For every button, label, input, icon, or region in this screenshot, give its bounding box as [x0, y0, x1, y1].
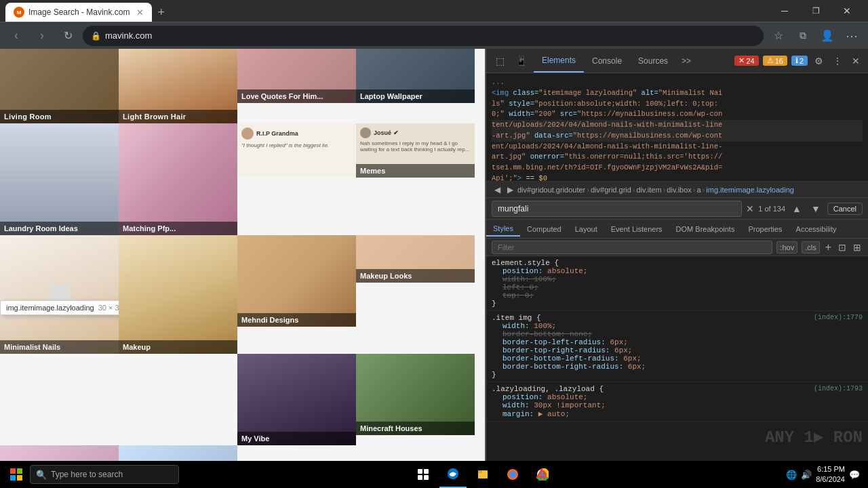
- list-item[interactable]: Mehndi Designs: [237, 235, 356, 327]
- computed-view-button[interactable]: ⊞: [852, 242, 863, 253]
- list-item[interactable]: Makeup: [119, 235, 237, 354]
- breadcrumb-item[interactable]: div#grid.grid: [591, 186, 631, 194]
- list-item[interactable]: Love Quotes For Him...: [237, 49, 356, 103]
- search-cancel-button[interactable]: Cancel: [827, 203, 863, 215]
- item-label: Love Quotes For Him...: [237, 89, 356, 103]
- list-item[interactable]: Matching Pfp...: [119, 123, 237, 235]
- styles-filter-bar: :hov .cls + ⊡ ⊞: [486, 239, 868, 256]
- styles-tabs-bar: Styles Computed Layout Event Listeners D…: [486, 220, 868, 239]
- css-selector: .item img { (index):1779: [492, 314, 863, 322]
- item-label: Minecraft Houses: [356, 422, 475, 435]
- item-image: [0, 123, 119, 235]
- list-item[interactable]: Makeup Looks: [356, 235, 475, 283]
- css-rules-panel: element.style { position: absolute; widt…: [486, 256, 868, 488]
- devtools-inspect-button[interactable]: ⬚: [492, 53, 509, 69]
- new-tab-button[interactable]: +: [155, 3, 167, 22]
- devtools-search-input[interactable]: [492, 201, 742, 217]
- taskbar-search-placeholder: Type here to search: [51, 470, 123, 479]
- maximize-button[interactable]: ❐: [800, 1, 831, 20]
- list-item[interactable]: Living Room: [0, 49, 119, 123]
- start-button[interactable]: [3, 461, 30, 488]
- search-prev-button[interactable]: ▲: [789, 202, 804, 216]
- list-item[interactable]: My Vibe: [237, 354, 356, 445]
- svg-rect-10: [478, 470, 482, 473]
- title-bar: M Image Search - Mavink.com ✕ + ─ ❐ ✕: [0, 0, 868, 22]
- minimize-button[interactable]: ─: [769, 1, 800, 20]
- notification-icon[interactable]: 💬: [849, 470, 860, 480]
- devtools-close-button[interactable]: ✕: [849, 53, 863, 69]
- tab-sources[interactable]: Sources: [630, 49, 676, 73]
- devtools-panel: ⬚ 📱 Elements Console Sources >> ✕24 ⚠16 …: [485, 49, 868, 488]
- address-bar[interactable]: 🔒 mavink.com: [83, 26, 764, 46]
- tab-layout[interactable]: Layout: [568, 222, 604, 236]
- cls-button[interactable]: .cls: [802, 241, 820, 253]
- list-item[interactable]: Josué ✔ Nah sometimes I reply in my head…: [356, 123, 475, 178]
- taskbar-search[interactable]: 🔍 Type here to search: [30, 465, 179, 484]
- tab-properties[interactable]: Properties: [741, 222, 789, 236]
- add-style-button[interactable]: +: [824, 241, 833, 253]
- tab-event-listeners[interactable]: Event Listeners: [604, 222, 669, 236]
- refresh-button[interactable]: ↻: [57, 25, 79, 47]
- taskbar-search-icon: 🔍: [36, 470, 47, 480]
- taskbar-icon-task-view[interactable]: [410, 461, 437, 488]
- network-icon: 🌐: [786, 470, 797, 480]
- tab-accessibility[interactable]: Accessibility: [789, 222, 844, 236]
- list-item[interactable]: Laundry Room Ideas: [0, 123, 119, 235]
- bookmark-star-button[interactable]: ☆: [768, 25, 789, 47]
- item-label: My Vibe: [237, 432, 356, 445]
- active-tab[interactable]: M Image Search - Mavink.com ✕: [5, 3, 152, 22]
- tab-styles[interactable]: Styles: [486, 222, 520, 237]
- tab-close-icon[interactable]: ✕: [136, 7, 144, 18]
- list-item[interactable]: Minimalist Nails img.itemimage.lazyloadi…: [0, 235, 119, 354]
- toggle-style-button[interactable]: ⊡: [837, 242, 848, 253]
- tooltip: img.itemimage.lazyloading 30 × 30: [0, 300, 119, 315]
- split-view-button[interactable]: ⧉: [792, 25, 814, 47]
- svg-rect-4: [418, 469, 422, 474]
- close-button[interactable]: ✕: [831, 1, 863, 20]
- breadcrumb-item[interactable]: a: [696, 186, 701, 194]
- taskbar-icon-firefox[interactable]: [499, 461, 526, 488]
- nav-bar: ‹ › ↻ 🔒 mavink.com ☆ ⧉ 👤 ⋯: [0, 22, 868, 49]
- tab-computed[interactable]: Computed: [520, 222, 568, 236]
- css-val: absolute;: [547, 267, 587, 275]
- list-item[interactable]: Laptop Wallpaper: [356, 49, 475, 103]
- item-image: [0, 235, 119, 354]
- tab-elements[interactable]: Elements: [534, 49, 584, 73]
- back-button[interactable]: ‹: [5, 25, 27, 47]
- devtools-dock-button[interactable]: ⋮: [830, 53, 845, 69]
- taskbar-icon-explorer[interactable]: [469, 461, 496, 488]
- css-selector: element.style {: [492, 259, 863, 267]
- item-label: Matching Pfp...: [119, 222, 237, 235]
- profile-button[interactable]: 👤: [816, 25, 838, 47]
- breadcrumb-next-button[interactable]: ▶: [505, 185, 516, 195]
- devtools-device-button[interactable]: 📱: [511, 53, 531, 69]
- menu-button[interactable]: ⋯: [841, 25, 863, 47]
- breadcrumb-prev-button[interactable]: ◀: [492, 185, 503, 195]
- error-badge: ✕24: [734, 56, 758, 66]
- breadcrumb-item-active[interactable]: img.itemimage.lazyloading: [706, 186, 794, 194]
- breadcrumb-item[interactable]: div.item: [637, 186, 662, 194]
- forward-button[interactable]: ›: [31, 25, 53, 47]
- tab-more[interactable]: >>: [676, 49, 696, 73]
- devtools-settings-button[interactable]: ⚙: [812, 53, 826, 69]
- taskbar-icon-edge[interactable]: [439, 461, 467, 488]
- styles-filter-input[interactable]: [492, 241, 772, 254]
- list-item[interactable]: Light Brown Hair: [119, 49, 237, 123]
- breadcrumb-item[interactable]: div.ibox: [667, 186, 691, 194]
- warn-badge: ⚠16: [763, 56, 787, 66]
- search-clear-icon[interactable]: ✕: [746, 203, 754, 214]
- css-rule-lazyloading: .lazyloading, .lazyload { (index):1793 p…: [486, 382, 868, 422]
- item-label: Laptop Wallpaper: [356, 89, 475, 103]
- svg-rect-7: [424, 475, 429, 480]
- item-label: Minimalist Nails: [0, 340, 119, 354]
- pseudo-hov-button[interactable]: :hov: [776, 241, 797, 253]
- tab-console[interactable]: Console: [584, 49, 630, 73]
- devtools-search-bar: ✕ 1 of 134 ▲ ▼ Cancel: [486, 198, 868, 220]
- breadcrumb-item[interactable]: div#gridout.gridouter: [517, 186, 585, 194]
- list-item[interactable]: R.I.P Grandma "I thought I replied" is t…: [237, 123, 356, 178]
- tab-dom-breakpoints[interactable]: DOM Breakpoints: [669, 222, 742, 236]
- list-item[interactable]: Minecraft Houses: [356, 354, 475, 435]
- taskbar-icon-chrome[interactable]: [529, 461, 556, 488]
- search-next-button[interactable]: ▼: [808, 202, 823, 216]
- css-selector: .lazyloading, .lazyload { (index):1793: [492, 385, 863, 393]
